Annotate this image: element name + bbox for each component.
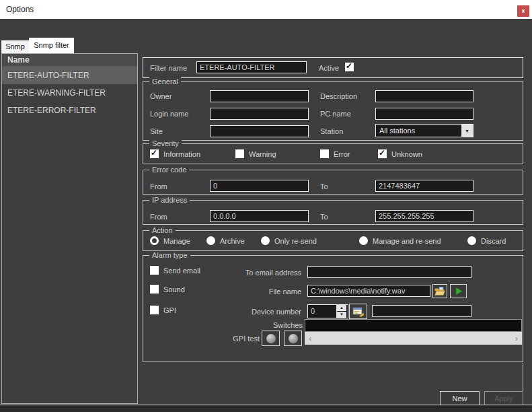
- station-dropdown-value: All stations: [376, 125, 461, 137]
- switches-input[interactable]: [305, 319, 522, 332]
- action-only-resend-option: Only re-send: [261, 236, 317, 245]
- device-number-stepper[interactable]: 0 ▲ ▼: [307, 304, 348, 318]
- options-window: Options x Snmp Snmp filter Name ETE: [0, 0, 532, 412]
- window-title: Options: [6, 5, 34, 14]
- device-name-input[interactable]: [372, 305, 471, 317]
- file-name-input[interactable]: [307, 285, 430, 297]
- active-checkbox[interactable]: [345, 63, 354, 71]
- pc-name-input[interactable]: [375, 108, 473, 120]
- switches-label: Switches: [202, 321, 303, 329]
- open-folder-icon: [434, 287, 445, 296]
- toolbar: [0, 19, 532, 38]
- send-email-checkbox[interactable]: [150, 266, 159, 275]
- unknown-label: Unknown: [391, 150, 422, 158]
- scroll-right-icon[interactable]: ›: [515, 333, 518, 343]
- ip-to-input[interactable]: [375, 210, 473, 222]
- severity-error-option: Error: [320, 149, 350, 158]
- unknown-checkbox[interactable]: [378, 149, 387, 158]
- manage-resend-label: Manage and re-send: [373, 237, 441, 245]
- pc-name-label: PC name: [320, 110, 351, 118]
- sound-option: Sound: [150, 285, 185, 294]
- list-item[interactable]: ETERE-WARNING-FILTER: [2, 84, 137, 102]
- switches-scrollbar[interactable]: ‹ ›: [305, 332, 522, 345]
- owner-label: Owner: [150, 92, 172, 100]
- login-name-label: Login name: [150, 110, 189, 118]
- ip-from-input[interactable]: [210, 210, 309, 222]
- form-pointer-icon: [352, 306, 365, 317]
- device-number-label: Device number: [200, 308, 301, 316]
- tab-snmp-filter[interactable]: Snmp filter: [29, 38, 74, 53]
- archive-label: Archive: [220, 237, 245, 245]
- send-email-option: Send email: [150, 266, 200, 275]
- general-group-title: General: [149, 77, 181, 86]
- manage-resend-radio[interactable]: [359, 236, 368, 245]
- error-code-group-title: Error code: [149, 166, 189, 174]
- action-manage-option: Manage: [150, 236, 190, 245]
- gpi-test-button-2[interactable]: [284, 331, 302, 346]
- ip-to-label: To: [320, 213, 328, 221]
- gpi-checkbox[interactable]: [150, 306, 159, 314]
- severity-information-option: Information: [150, 149, 200, 158]
- close-button[interactable]: x: [517, 5, 529, 17]
- error-from-input[interactable]: [210, 180, 309, 192]
- list-item[interactable]: ETERE-ERROR-FILTER: [2, 102, 137, 119]
- manage-radio[interactable]: [150, 236, 159, 245]
- stepper-up-icon[interactable]: ▲: [337, 305, 346, 311]
- tab-snmp[interactable]: Snmp: [1, 40, 29, 53]
- severity-group: Severity Information Warning Error Unkno…: [143, 143, 523, 164]
- severity-warning-option: Warning: [235, 149, 276, 158]
- gpi-test-label: GPI test: [200, 335, 260, 343]
- warning-label: Warning: [249, 150, 276, 158]
- error-to-input[interactable]: [375, 180, 473, 192]
- archive-radio[interactable]: [206, 236, 215, 245]
- login-name-input[interactable]: [210, 108, 309, 120]
- device-number-value[interactable]: 0: [308, 305, 336, 318]
- error-code-group: Error code From To: [143, 170, 523, 195]
- error-checkbox[interactable]: [320, 149, 329, 158]
- stepper-down-icon[interactable]: ▼: [337, 312, 346, 318]
- panel-divider: [523, 363, 523, 391]
- information-label: Information: [163, 150, 200, 158]
- ip-address-group: IP address From To: [143, 200, 523, 225]
- error-to-label: To: [320, 182, 328, 191]
- browse-file-button[interactable]: [432, 284, 447, 298]
- filter-list-header[interactable]: Name: [2, 54, 137, 67]
- general-group: General Owner Description Login name PC …: [143, 81, 523, 141]
- discard-radio[interactable]: [467, 236, 476, 245]
- site-label: Site: [150, 127, 163, 135]
- sound-label: Sound: [163, 285, 185, 294]
- only-resend-radio[interactable]: [261, 236, 270, 245]
- owner-input[interactable]: [210, 90, 309, 102]
- status-bar: [0, 405, 532, 412]
- station-dropdown[interactable]: All stations ▼: [375, 124, 473, 137]
- error-label: Error: [334, 150, 350, 158]
- to-email-input[interactable]: [307, 266, 471, 278]
- new-button[interactable]: New: [440, 391, 480, 405]
- station-label: Station: [320, 127, 343, 135]
- apply-button[interactable]: Apply: [484, 391, 523, 405]
- ip-from-label: From: [150, 213, 167, 221]
- severity-unknown-option: Unknown: [378, 149, 422, 158]
- action-group-title: Action: [149, 226, 176, 235]
- device-config-button[interactable]: [349, 304, 367, 319]
- information-checkbox[interactable]: [150, 149, 159, 158]
- filter-list: Name ETERE-AUTO-FILTER ETERE-WARNING-FIL…: [1, 53, 138, 404]
- scroll-left-icon[interactable]: ‹: [309, 333, 311, 343]
- site-input[interactable]: [210, 125, 309, 137]
- gpi-test-button-1[interactable]: [262, 331, 280, 346]
- list-item[interactable]: ETERE-AUTO-FILTER: [2, 67, 137, 84]
- gpi-option: GPI: [150, 306, 176, 314]
- chevron-down-icon[interactable]: ▼: [461, 125, 473, 137]
- file-name-label: File name: [200, 287, 301, 296]
- send-email-label: Send email: [163, 267, 200, 275]
- stepper-buttons: ▲ ▼: [336, 305, 346, 318]
- only-resend-label: Only re-send: [274, 237, 317, 245]
- warning-checkbox[interactable]: [235, 149, 244, 158]
- play-sound-button[interactable]: [450, 284, 467, 298]
- led-circle-icon: [289, 334, 298, 343]
- title-bar: Options x: [0, 0, 532, 19]
- filter-name-input[interactable]: [196, 61, 307, 73]
- sound-checkbox[interactable]: [150, 285, 159, 294]
- led-circle-icon: [266, 334, 276, 343]
- description-input[interactable]: [375, 90, 473, 102]
